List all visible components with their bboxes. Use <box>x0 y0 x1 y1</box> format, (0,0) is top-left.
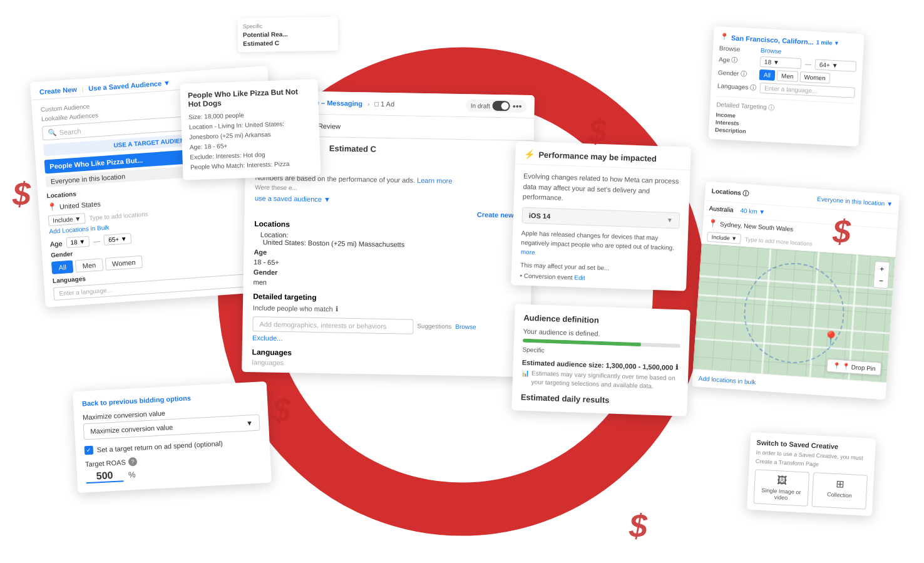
ad-count: □ 1 Ad <box>374 100 394 108</box>
single-format-label: Single Image or video <box>758 487 804 502</box>
conversion-text: • Conversion event <box>520 272 572 281</box>
map-panel: Locations ⓘ Everyone in this location ▼ … <box>692 182 900 400</box>
map-pin-icon: 📍 <box>708 219 718 228</box>
ptr-gender-buttons: All Men Women <box>759 70 830 84</box>
draft-label: In draft <box>471 102 490 110</box>
top-right-audience-panel: 📍 San Francisco, Californ... 1 mile ▼ Br… <box>708 26 864 147</box>
age-from-select[interactable]: 18 ▼ <box>66 236 90 249</box>
learn-more-link[interactable]: Learn more <box>417 177 452 185</box>
draft-toggle[interactable] <box>493 101 510 111</box>
languages-section-main: Languages languages <box>252 348 520 370</box>
perf-body: Evolving changes related to how Meta can… <box>511 164 690 291</box>
percent-sign: % <box>128 470 136 480</box>
ptr-location-text: San Francisco, Californ... <box>731 34 814 46</box>
gender-label-main: Gender <box>254 268 278 276</box>
ptr-all-btn[interactable]: All <box>759 70 775 81</box>
est-note-icon: 📊 <box>521 369 529 378</box>
exclude-link[interactable]: Exclude... <box>252 334 520 346</box>
include-label: Include ▼ <box>53 215 81 224</box>
location-country: United States <box>59 200 101 210</box>
dollar-sign-2: $ <box>588 113 607 150</box>
ptr-change-link[interactable]: 1 mile ▼ <box>816 39 839 46</box>
ptr-age-from[interactable]: 18 ▼ <box>760 56 802 69</box>
perf-body-text: Evolving changes related to how Meta can… <box>523 171 682 207</box>
top-fragment-panel: Specific Potential Rea... Estimated C <box>238 17 339 53</box>
ios14-badge[interactable]: iOS 14 ▼ <box>522 207 680 229</box>
ptr-browse-btn[interactable]: Browse <box>761 47 782 55</box>
add-targeting-input[interactable]: Add demographics, interests or behaviors <box>252 316 413 334</box>
age-to-select[interactable]: 65+ ▼ <box>104 233 132 245</box>
everyone-location-label[interactable]: Everyone in this location ▼ <box>817 195 893 207</box>
create-new-row: Create new ▼ <box>255 207 523 219</box>
conversion-edit-link[interactable]: Edit <box>574 274 585 281</box>
roas-question-icon: ? <box>128 457 137 467</box>
ptr-income-label: Income <box>716 111 736 119</box>
audience-def-title: Audience definition <box>523 313 681 328</box>
ptr-gender-label: Gender ⓘ <box>718 68 756 79</box>
type-to-add-placeholder[interactable]: Type to add locations <box>89 210 148 222</box>
include-select[interactable]: Include ▼ <box>48 213 86 226</box>
collection-format-icon: ⊞ <box>817 477 863 492</box>
ios14-text: Apple has released changes for devices t… <box>521 228 679 262</box>
ptr-browse-label: Browse <box>719 44 757 53</box>
map-header-locations: Locations ⓘ <box>711 187 749 198</box>
add-bulk-link[interactable]: Add locations in bulk <box>698 375 756 386</box>
target-roas-label-checkbox: Set a target return on ad spend (optiona… <box>97 440 223 454</box>
search-icon: 🔍 <box>48 128 57 137</box>
est-note: 📊 Estimates may vary significantly over … <box>521 369 679 392</box>
breadcrumb-arrow: › <box>367 100 370 107</box>
target-roas-checkbox[interactable]: ✓ <box>85 446 94 455</box>
map-include-select[interactable]: Include ▼ <box>707 232 741 244</box>
draft-badge: In draft ••• <box>466 99 527 113</box>
dollar-sign-5: $ <box>629 507 647 545</box>
saved-formats: 🖼 Single Image or video ⊞ Collection <box>753 469 868 509</box>
more-link[interactable]: more <box>521 248 535 256</box>
pizza-audience-panel: People Who Like Pizza But Not Hot Dogs S… <box>180 79 321 180</box>
back-to-bidding-link[interactable]: Back to previous bidding options <box>82 391 259 408</box>
search-placeholder: Search <box>59 127 81 136</box>
saved-creative-desc: In order to use a Saved Creative, you mu… <box>756 448 869 471</box>
single-format-box[interactable]: 🖼 Single Image or video <box>753 469 809 506</box>
all-gender-btn[interactable]: All <box>51 261 74 274</box>
ad-count-text: 1 Ad <box>381 100 394 108</box>
ptr-men-btn[interactable]: Men <box>777 70 798 82</box>
men-gender-btn[interactable]: Men <box>75 258 103 272</box>
targeting-section-main: Detailed targeting Include people who ma… <box>252 292 521 346</box>
ptr-lang-input[interactable]: Enter a language... <box>760 83 855 98</box>
map-include-label: Include ▼ <box>711 234 737 242</box>
location-pin-icon: 📍 <box>47 202 57 212</box>
radius-select[interactable]: 40 km ▼ <box>740 207 766 216</box>
ptr-age-to[interactable]: 64+ ▼ <box>814 59 856 71</box>
zoom-out-btn[interactable]: − <box>875 275 887 287</box>
pizza-info: Size: 18,000 people Location - Living In… <box>188 108 313 173</box>
gender-value-main: men <box>254 278 521 290</box>
use-saved-audience-link[interactable]: use a saved audience ▼ <box>255 194 523 206</box>
languages-placeholder: Enter a language... <box>59 286 112 297</box>
zoom-in-btn[interactable]: + <box>876 263 888 275</box>
ios14-label: iOS 14 <box>529 211 551 219</box>
age-to-value: 65+ ▼ <box>108 235 127 244</box>
add-demographics-placeholder: Add demographics, interests or behaviors <box>259 320 386 330</box>
collection-format-box[interactable]: ⊞ Collection <box>811 472 868 509</box>
age-label-main: Age <box>254 248 267 256</box>
create-new-label[interactable]: Create New <box>39 86 78 96</box>
drop-pin-label: 📍 Drop Pin <box>842 363 876 372</box>
audience-definition-panel: Audience definition Your audience is def… <box>511 304 690 416</box>
roas-value-input[interactable] <box>86 469 124 483</box>
women-gender-btn[interactable]: Women <box>105 256 143 271</box>
est-note-text: Estimates may vary significantly over ti… <box>531 369 679 391</box>
ptr-age-label: Age ⓘ <box>719 55 757 66</box>
ptr-languages-label: Languages ⓘ <box>717 81 757 92</box>
ptr-interests-label: Interests <box>716 119 739 127</box>
dollar-sign-1: $ <box>13 175 31 213</box>
bidding-options-panel: Back to previous bidding options Maximiz… <box>73 381 272 493</box>
ios14-body-text: Apple has released changes for devices t… <box>521 229 674 251</box>
use-saved-audience-btn[interactable]: Use a Saved Audience ▼ <box>88 79 170 92</box>
collection-format-label: Collection <box>816 490 862 499</box>
ptr-women-btn[interactable]: Women <box>799 71 830 84</box>
ptr-description-label: Description <box>715 127 746 135</box>
browse-link[interactable]: Browse <box>455 323 476 330</box>
map-type-placeholder[interactable]: Type to add more locations <box>745 236 813 247</box>
map-area: 📍 📍 📍 Drop Pin + − <box>693 244 895 382</box>
more-options-icon[interactable]: ••• <box>513 101 522 111</box>
